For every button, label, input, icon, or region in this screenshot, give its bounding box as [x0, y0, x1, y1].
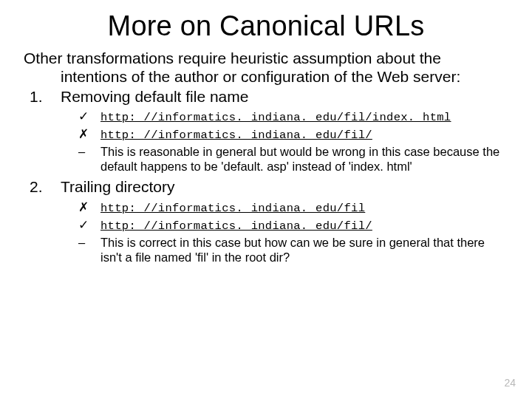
dash-icon: – [78, 144, 95, 159]
url-text: http: //informatics. indiana. edu/fil/in… [100, 111, 451, 124]
url-text: http: //informatics. indiana. edu/fil [100, 202, 365, 215]
sub-list: ✗ http: //informatics. indiana. edu/fil … [24, 200, 508, 265]
main-list: Removing default file name ✓ http: //inf… [24, 88, 508, 265]
slide: More on Canonical URLs Other transformat… [0, 0, 532, 399]
item-heading: Trailing directory [24, 178, 508, 197]
url-text: http: //informatics. indiana. edu/fil/ [100, 129, 372, 142]
sub-list: ✓ http: //informatics. indiana. edu/fil/… [24, 109, 508, 174]
cross-icon: ✗ [78, 200, 95, 214]
list-item: Removing default file name ✓ http: //inf… [24, 88, 508, 174]
sub-item: ✓ http: //informatics. indiana. edu/fil/ [78, 217, 508, 233]
sub-item: ✗ http: //informatics. indiana. edu/fil [78, 200, 508, 216]
sub-item: ✓ http: //informatics. indiana. edu/fil/… [78, 109, 508, 125]
sub-item: – This is reasonable in general but woul… [78, 144, 508, 174]
check-icon: ✓ [78, 109, 95, 123]
sub-item: ✗ http: //informatics. indiana. edu/fil/ [78, 126, 508, 143]
list-item: Trailing directory ✗ http: //informatics… [24, 178, 508, 265]
page-number: 24 [504, 377, 516, 389]
cross-icon: ✗ [78, 126, 95, 141]
sub-item: – This is correct in this case but how c… [78, 235, 508, 265]
dash-icon: – [78, 235, 95, 250]
intro-text: Other transformations require heuristic … [24, 50, 508, 86]
note-text: This is reasonable in general but would … [100, 145, 499, 173]
slide-title: More on Canonical URLs [24, 10, 508, 42]
url-text: http: //informatics. indiana. edu/fil/ [100, 219, 372, 233]
note-text: This is correct in this case but how can… [100, 236, 485, 264]
check-icon: ✓ [78, 217, 95, 232]
item-heading: Removing default file name [24, 88, 508, 106]
